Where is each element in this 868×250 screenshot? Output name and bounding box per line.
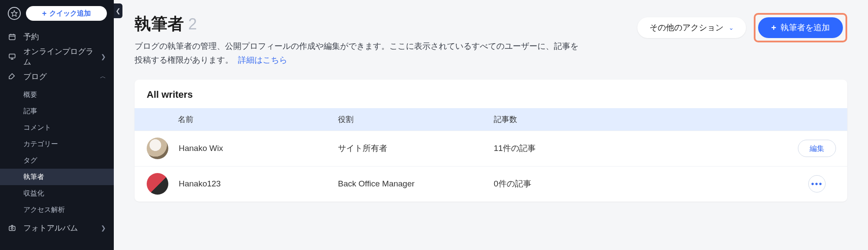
col-header-name: 名前 bbox=[135, 114, 338, 125]
blog-subnav: 概要 記事 コメント カテゴリー タグ 執筆者 収益化 アクセス解析 bbox=[0, 87, 114, 218]
plus-icon: + bbox=[42, 9, 47, 18]
page-title: 執筆者 bbox=[135, 13, 184, 35]
sidebar-subitem-monetize[interactable]: 収益化 bbox=[0, 185, 114, 202]
chevron-up-icon: ︿ bbox=[100, 73, 106, 80]
col-header-role: 役割 bbox=[338, 114, 494, 125]
avatar bbox=[147, 138, 168, 159]
edit-button[interactable]: 編集 bbox=[798, 140, 836, 157]
sidebar-item-photo-albums[interactable]: フォトアルバム ❯ bbox=[0, 218, 114, 238]
sidebar-item-label: フォトアルバム bbox=[23, 223, 94, 233]
sidebar-subitem-analytics[interactable]: アクセス解析 bbox=[0, 202, 114, 218]
svg-rect-1 bbox=[9, 35, 15, 40]
more-actions-button[interactable]: ••• bbox=[808, 175, 826, 192]
sidebar-item-label: ブログ bbox=[23, 71, 93, 82]
svg-rect-3 bbox=[9, 226, 15, 231]
avatar bbox=[147, 173, 168, 195]
col-header-posts: 記事数 bbox=[494, 114, 787, 125]
sidebar-subitem-categories[interactable]: カテゴリー bbox=[0, 136, 114, 152]
page-actions: その他のアクション ⌄ + 執筆者を追加 bbox=[637, 13, 847, 42]
writer-posts: 11件の記事 bbox=[494, 143, 787, 154]
page-header-left: 執筆者 2 ブログの執筆者の管理、公開プロフィールの作成や編集ができます。ここに… bbox=[135, 13, 585, 67]
writers-card: All writers 名前 役割 記事数 Hanako Wix サイト所有者 … bbox=[135, 80, 847, 202]
sidebar-nav: 予約 オンラインプログラム ❯ ブログ ︿ 概要 記事 コメント bbox=[0, 27, 114, 238]
page-description: ブログの執筆者の管理、公開プロフィールの作成や編集ができます。ここに表示されてい… bbox=[135, 39, 585, 67]
sidebar-subitem-tags[interactable]: タグ bbox=[0, 152, 114, 169]
writer-name: Hanako Wix bbox=[179, 144, 223, 153]
chevron-right-icon: ❯ bbox=[101, 53, 106, 60]
sidebar-subitem-writers[interactable]: 執筆者 bbox=[0, 169, 114, 185]
card-title: All writers bbox=[135, 80, 847, 108]
sidebar-item-bookings[interactable]: 予約 bbox=[0, 27, 114, 47]
star-icon[interactable] bbox=[8, 7, 21, 20]
main-content: 執筆者 2 ブログの執筆者の管理、公開プロフィールの作成や編集ができます。ここに… bbox=[114, 0, 868, 250]
svg-point-4 bbox=[11, 228, 13, 230]
writers-count: 2 bbox=[188, 15, 197, 33]
writer-name: Hanako123 bbox=[179, 179, 221, 189]
camera-icon bbox=[8, 224, 16, 232]
writer-role: サイト所有者 bbox=[338, 143, 494, 154]
table-row: Hanako Wix サイト所有者 11件の記事 編集 bbox=[135, 131, 847, 166]
sidebar-item-label: オンラインプログラム bbox=[23, 46, 94, 67]
add-writer-button[interactable]: + 執筆者を追加 bbox=[758, 17, 843, 38]
quick-add-button[interactable]: + クイック追加 bbox=[26, 6, 107, 21]
sidebar-item-online-programs[interactable]: オンラインプログラム ❯ bbox=[0, 47, 114, 67]
add-writer-label: 執筆者を追加 bbox=[781, 22, 830, 33]
plus-icon: + bbox=[771, 23, 776, 33]
svg-rect-2 bbox=[9, 54, 15, 58]
sidebar-collapse-handle[interactable]: ❮ bbox=[114, 3, 122, 18]
chevron-right-icon: ❯ bbox=[101, 224, 106, 231]
writer-role: Back Office Manager bbox=[338, 179, 494, 189]
calendar-icon bbox=[8, 33, 16, 41]
sidebar-subitem-overview[interactable]: 概要 bbox=[0, 87, 114, 103]
page-header: 執筆者 2 ブログの執筆者の管理、公開プロフィールの作成や編集ができます。ここに… bbox=[135, 13, 847, 67]
sidebar-item-blog[interactable]: ブログ ︿ bbox=[0, 67, 114, 87]
table-header: 名前 役割 記事数 bbox=[135, 108, 847, 131]
svg-marker-0 bbox=[11, 10, 17, 16]
table-row: Hanako123 Back Office Manager 0件の記事 ••• bbox=[135, 166, 847, 202]
add-writer-highlight: + 執筆者を追加 bbox=[754, 13, 847, 42]
learn-more-link[interactable]: 詳細はこちら bbox=[238, 55, 287, 64]
writer-posts: 0件の記事 bbox=[494, 178, 787, 189]
sidebar-subitem-comments[interactable]: コメント bbox=[0, 119, 114, 136]
sidebar-item-label: 予約 bbox=[23, 32, 106, 42]
other-actions-label: その他のアクション bbox=[649, 22, 723, 33]
sidebar-top: + クイック追加 bbox=[0, 0, 114, 27]
monitor-icon bbox=[8, 53, 16, 61]
quick-add-label: クイック追加 bbox=[49, 9, 91, 18]
pen-icon bbox=[8, 73, 16, 80]
sidebar-subitem-posts[interactable]: 記事 bbox=[0, 103, 114, 119]
sidebar: + クイック追加 予約 オンラインプログラム ❯ bbox=[0, 0, 114, 250]
chevron-down-icon: ⌄ bbox=[729, 24, 734, 31]
other-actions-button[interactable]: その他のアクション ⌄ bbox=[637, 17, 746, 38]
